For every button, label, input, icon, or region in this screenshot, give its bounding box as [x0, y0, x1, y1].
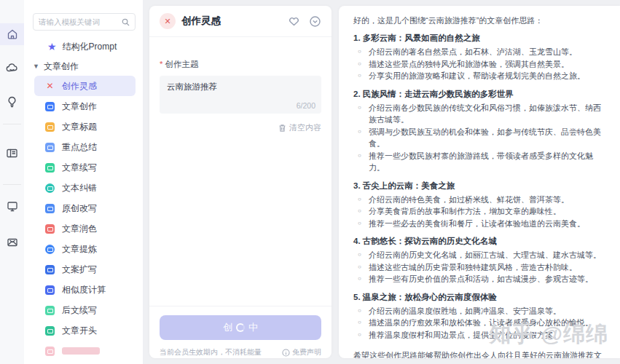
- template-icon: [45, 265, 55, 274]
- sidebar-item-文章提炼[interactable]: 文章提炼: [34, 239, 136, 259]
- sidebar-item-文章创作[interactable]: 文章创作: [34, 96, 136, 116]
- section-bullet: 强调与少数民族互动的机会和体验，如参与传统节庆、品尝特色美食。: [353, 126, 605, 150]
- sidebar-item-文章标题[interactable]: 文章标题: [34, 116, 136, 137]
- sidebar-item-label: 文章创作: [62, 100, 97, 113]
- template-icon: [45, 224, 55, 234]
- icon-rail: [0, 0, 24, 364]
- rail-monitor-button[interactable]: [0, 196, 24, 216]
- section-bullets: 介绍云南各少数民族的传统文化和风俗习惯，如傣族泼水节、纳西族古城等。强调与少数民…: [353, 102, 605, 174]
- sidebar-item-创作灵感[interactable]: ✕创作灵感: [34, 76, 136, 96]
- generate-button[interactable]: 创 中: [160, 315, 321, 340]
- section-bullet: 分享美食背后的故事和制作方法，增加文章的趣味性。: [353, 205, 605, 218]
- sidebar-menu: ✕创作灵感文章创作文章标题重点总结文章续写文本纠错原创改写文章润色文章提炼文案扩…: [24, 76, 143, 361]
- section-heading: 1. 多彩云南：风景如画的自然之旅: [353, 33, 605, 44]
- output-intro: 好的，这是几个围绕“云南旅游推荐”的文章创作思路：: [353, 15, 605, 26]
- section-bullet: 介绍云南的著名自然景点，如石林、泸沽湖、玉龙雪山等。: [353, 46, 605, 58]
- rail-mail-button[interactable]: [0, 232, 24, 253]
- output-panel: 好的，这是几个围绕“云南旅游推荐”的文章创作思路： 1. 多彩云南：风景如画的自…: [339, 6, 620, 358]
- rail-book-button[interactable]: [0, 143, 24, 163]
- search-input[interactable]: [39, 17, 122, 26]
- section-bullet: 描述这些古城的历史背景和独特建筑风格，营造古朴韵味。: [353, 261, 605, 274]
- rail-divider: [3, 124, 21, 124]
- template-icon: [45, 285, 55, 295]
- tool-badge-icon: ✕: [160, 13, 176, 29]
- clear-content-button[interactable]: 清空内容: [160, 122, 321, 133]
- template-icon: [45, 183, 55, 193]
- section-heading: 4. 古韵悠长：探访云南的历史文化名城: [353, 236, 605, 247]
- sidebar-item-文案扩写[interactable]: 文案扩写: [34, 259, 136, 280]
- char-counter: 6/200: [297, 101, 315, 110]
- section-bullet: 介绍云南的温泉度假胜地，如腾冲温泉、安宁温泉等。: [353, 305, 605, 317]
- sidebar-item-label: 重点总结: [62, 141, 97, 154]
- section-heading: 3. 舌尖上的云南：美食之旅: [353, 181, 605, 191]
- template-icon: [45, 326, 55, 336]
- editor-panel: ✕ 创作灵感 *创作主题 云南旅游推荐 6/200 清空内容: [149, 6, 331, 358]
- disclaimer-label: 免费声明: [292, 347, 321, 357]
- section-bullet: 推荐一些少数民族村寨的旅游路线，带领读者感受多样的文化魅力。: [353, 150, 605, 174]
- template-sidebar: ★ 结构化Prompt ▼ 文章创作 ✕创作灵感文章创作文章标题重点总结文章续写…: [24, 0, 143, 364]
- sidebar-item-文本纠错[interactable]: 文本纠错: [34, 178, 136, 198]
- sidebar-item-partial[interactable]: [34, 341, 136, 361]
- sidebar-item-文章开头[interactable]: 文章开头: [34, 320, 136, 341]
- editor-body: *创作主题 云南旅游推荐 6/200 清空内容: [149, 37, 331, 143]
- sidebar-item-label: 文本纠错: [62, 182, 97, 194]
- bulb-icon: [7, 96, 17, 108]
- section-bullet: 推荐一些必去的美食街和餐厅，让读者体验地道的云南美食。: [353, 218, 605, 230]
- sidebar-item-原创改写[interactable]: 原创改写: [34, 198, 136, 218]
- sidebar-item-label: [62, 347, 100, 355]
- template-icon: [45, 143, 55, 152]
- heart-icon: [288, 15, 300, 27]
- watermark: 知乎 @绵绵: [489, 320, 608, 349]
- sidebar-item-文章续写[interactable]: 文章续写: [34, 157, 136, 178]
- section-bullet: 描述这些景点的独特风光和旅游体验，强调其自然美景。: [353, 58, 605, 71]
- generate-label-prefix: 创: [223, 321, 232, 334]
- template-icon: [45, 245, 55, 254]
- info-icon: [282, 349, 290, 357]
- monitor-icon: [7, 201, 18, 212]
- template-icon: [45, 102, 55, 111]
- collapse-button[interactable]: [309, 15, 321, 28]
- sidebar-item-label: 文章标题: [62, 121, 97, 133]
- sidebar-item-后文续写[interactable]: 后文续写: [34, 300, 136, 320]
- section-bullet: 介绍云南各少数民族的传统文化和风俗习惯，如傣族泼水节、纳西族古城等。: [353, 102, 605, 126]
- x-icon: ✕: [45, 82, 55, 91]
- sidebar-item-重点总结[interactable]: 重点总结: [34, 137, 136, 157]
- search-icon: [122, 18, 130, 26]
- disclaimer-link[interactable]: 免费声明: [282, 347, 321, 357]
- footer-note-row: 当前会员生效期内，不消耗能量 免费声明: [160, 347, 321, 357]
- output-sections: 1. 多彩云南：风景如画的自然之旅介绍云南的著名自然景点，如石林、泸沽湖、玉龙雪…: [353, 33, 605, 341]
- editor-header: ✕ 创作灵感: [149, 6, 331, 37]
- template-icon: [45, 347, 55, 356]
- rail-home-button[interactable]: [0, 23, 24, 45]
- section-heading: 2. 民族风情：走进云南少数民族的多彩世界: [353, 89, 605, 100]
- mail-icon: [7, 237, 18, 248]
- sidebar-item-label: 原创改写: [62, 202, 97, 215]
- section-bullets: 介绍云南的特色美食，如过桥米线、鲜花饼、普洱茶等。分享美食背后的故事和制作方法，…: [353, 194, 605, 230]
- section-bullet: 介绍云南的历史文化名城，如丽江古城、大理古城、建水古城等。: [353, 249, 605, 261]
- trash-icon: [278, 124, 286, 132]
- rail-bulb-button[interactable]: [0, 92, 24, 112]
- sidebar-item-structured-prompt[interactable]: ★ 结构化Prompt: [47, 41, 143, 52]
- output-closing: 希望这些创作思路能够帮助你创作出令人向往且美好的云南旅游推荐文章。: [353, 349, 605, 358]
- template-search-box[interactable]: [33, 13, 136, 31]
- sidebar-item-相似度计算[interactable]: 相似度计算: [34, 280, 136, 300]
- cloud-icon: [6, 62, 18, 74]
- sidebar-item-文章润色[interactable]: 文章润色: [34, 218, 136, 239]
- sidebar-item-label: 文案扩写: [62, 264, 97, 276]
- page-title: 创作灵感: [181, 15, 279, 28]
- editor-footer: 创 中 当前会员生效期内，不消耗能量 免费声明: [149, 306, 331, 357]
- section-bullet: 推荐一些有历史价值的景点和活动，如古城漫步、参观古迹等。: [353, 273, 605, 285]
- section-bullets: 介绍云南的历史文化名城，如丽江古城、大理古城、建水古城等。描述这些古城的历史背景…: [353, 249, 605, 285]
- favorite-button[interactable]: [288, 15, 300, 27]
- sidebar-item-label: 后文续写: [62, 304, 97, 317]
- membership-note: 当前会员生效期内，不消耗能量: [160, 347, 262, 357]
- home-icon: [7, 28, 18, 40]
- template-icon: [45, 163, 55, 173]
- sidebar-item-label: 文章提炼: [62, 243, 97, 256]
- book-icon: [6, 148, 18, 159]
- group-label: 文章创作: [44, 60, 79, 73]
- required-asterisk: *: [160, 60, 162, 68]
- rail-cloud-button[interactable]: [0, 58, 24, 78]
- star-icon: ★: [47, 41, 57, 52]
- sidebar-group-article-writing[interactable]: ▼ 文章创作: [33, 61, 143, 71]
